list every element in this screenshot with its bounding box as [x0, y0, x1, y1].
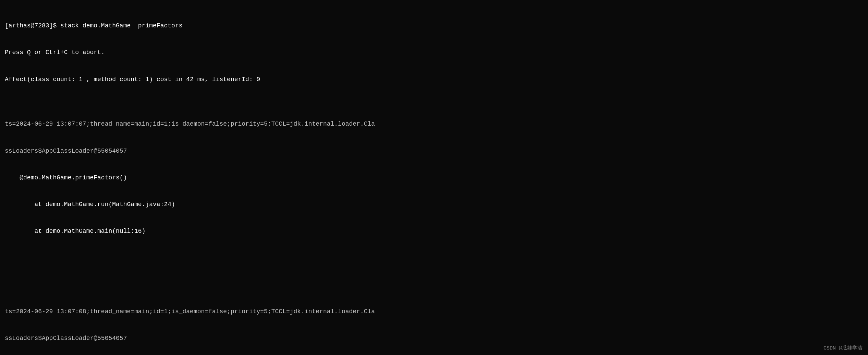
prompt-line: [arthas@7283]$ stack demo.MathGame prime…	[5, 21, 863, 30]
ts-line-1-2: ssLoaders$AppClassLoader@55054057	[5, 147, 863, 155]
ts-line-1-1: ts=2024-06-29 13:07:07;thread_name=main;…	[5, 119, 863, 128]
watermark: CSDN @瓜娃学洁	[823, 345, 863, 352]
terminal-output: [arthas@7283]$ stack demo.MathGame prime…	[5, 3, 863, 355]
ts-line-2-2: ssLoaders$AppClassLoader@55054057	[5, 334, 863, 343]
affect-line: Affect(class count: 1 , method count: 1)…	[5, 75, 863, 84]
at-line-1-2: at demo.MathGame.main(null:16)	[5, 227, 863, 236]
ts-line-2-1: ts=2024-06-29 13:07:08;thread_name=main;…	[5, 307, 863, 316]
blank-1	[5, 263, 863, 271]
at-line-1-1: at demo.MathGame.run(MathGame.java:24)	[5, 200, 863, 209]
press-line: Press Q or Ctrl+C to abort.	[5, 48, 863, 57]
method-line-1: @demo.MathGame.primeFactors()	[5, 173, 863, 182]
